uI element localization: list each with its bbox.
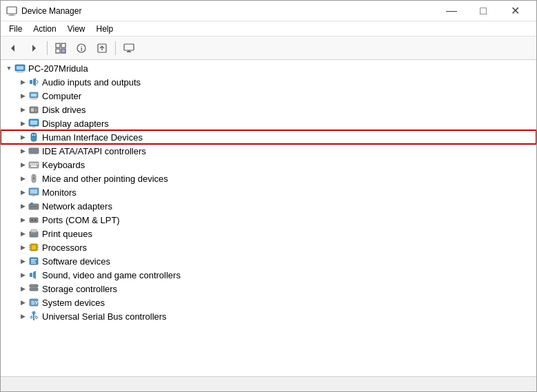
expand-icon-mice[interactable]: ▶ (17, 173, 28, 184)
tree-item-monitors[interactable]: ▶Monitors (1, 185, 536, 199)
expand-icon-print[interactable]: ▶ (17, 228, 28, 239)
expand-icon-monitors[interactable]: ▶ (17, 187, 28, 198)
svg-point-37 (34, 134, 36, 136)
svg-rect-89 (30, 317, 32, 318)
svg-rect-65 (31, 236, 35, 236)
tree-item-system[interactable]: ▶SYSSystem devices (1, 296, 536, 309)
processor-icon (28, 242, 39, 253)
tree-item-ports[interactable]: ▶Ports (COM & LPT) (1, 213, 536, 227)
statusbar (1, 376, 536, 391)
svg-rect-45 (34, 163, 36, 165)
expand-icon-audio[interactable]: ▶ (17, 76, 28, 87)
tree-item-network[interactable]: ▶Network adapters (1, 199, 536, 213)
show-hidden-button[interactable] (51, 39, 70, 57)
svg-rect-39 (30, 149, 32, 152)
svg-point-50 (33, 178, 34, 179)
tree-item-mice[interactable]: ▶Mice and other pointing devices (1, 172, 536, 185)
forward-button[interactable] (24, 39, 43, 57)
close-button[interactable]: ✕ (499, 1, 531, 21)
expand-icon-network[interactable]: ▶ (17, 200, 28, 212)
update-button[interactable] (92, 39, 112, 57)
svg-rect-41 (36, 149, 37, 152)
tree-item-audio[interactable]: ▶Audio inputs and outputs (1, 75, 536, 89)
svg-rect-46 (37, 163, 38, 165)
disk-icon (28, 104, 39, 115)
expand-icon-system[interactable]: ▶ (17, 297, 28, 308)
toolbar-separator-2 (115, 41, 116, 55)
svg-rect-20 (30, 80, 32, 84)
expand-icon-sound[interactable]: ▶ (17, 269, 28, 280)
window-controls: — □ ✕ (436, 1, 531, 21)
root-expand-icon[interactable]: ▼ (3, 63, 14, 74)
mouse-icon (28, 173, 39, 184)
expand-icon-keyboards[interactable]: ▶ (17, 159, 28, 170)
svg-rect-28 (31, 108, 34, 112)
item-label-sound: Sound, video and game controllers (42, 270, 181, 280)
expand-icon-disk[interactable]: ▶ (17, 104, 28, 115)
tree-root[interactable]: ▼ PC-207Mridula (1, 61, 536, 75)
expand-icon-ports[interactable]: ▶ (17, 214, 28, 225)
expand-icon-ide[interactable]: ▶ (17, 145, 28, 156)
svg-rect-52 (30, 189, 37, 194)
svg-text:SYS: SYS (31, 300, 39, 306)
svg-rect-76 (31, 261, 35, 262)
hid-icon (28, 132, 39, 143)
svg-rect-18 (18, 71, 22, 72)
svg-rect-47 (31, 165, 37, 167)
tree-item-sound[interactable]: ▶Sound, video and game controllers (1, 268, 536, 282)
item-label-audio: Audio inputs and outputs (42, 77, 141, 87)
svg-rect-0 (7, 7, 17, 14)
tree-item-software[interactable]: ▶Software devices (1, 254, 536, 268)
menu-file[interactable]: File (3, 23, 28, 35)
expand-icon-processors[interactable]: ▶ (17, 242, 28, 253)
tree-item-disk[interactable]: ▶Disk drives (1, 103, 536, 116)
item-label-monitors: Monitors (42, 187, 77, 198)
tree-item-display[interactable]: ▶Display adapters (1, 116, 536, 130)
tree-item-print[interactable]: ▶Print queues (1, 227, 536, 240)
svg-rect-19 (17, 72, 23, 73)
expand-icon-usb[interactable]: ▶ (17, 311, 28, 322)
expand-icon-display[interactable]: ▶ (17, 118, 28, 129)
device-tree[interactable]: ▼ PC-207Mridula ▶Audio inputs and output… (1, 60, 536, 376)
device-manager-window: Device Manager — □ ✕ File Action View He… (0, 0, 537, 392)
item-label-mice: Mice and other pointing devices (42, 174, 168, 184)
item-label-usb: Universal Serial Bus controllers (42, 311, 167, 322)
item-label-disk: Disk drives (42, 105, 86, 115)
svg-point-82 (36, 289, 37, 290)
menubar: File Action View Help (1, 21, 536, 37)
sound-icon (28, 269, 39, 280)
item-label-computer: Computer (42, 91, 81, 101)
item-label-keyboards: Keyboards (42, 160, 85, 170)
titlebar: Device Manager — □ ✕ (1, 1, 536, 21)
computer-icon (28, 90, 39, 101)
tree-item-storage[interactable]: ▶Storage controllers (1, 282, 536, 296)
item-label-print: Print queues (42, 229, 92, 239)
menu-view[interactable]: View (62, 23, 91, 35)
print-icon (28, 228, 39, 239)
back-button[interactable] (3, 39, 23, 57)
menu-action[interactable]: Action (28, 23, 61, 35)
maximize-button[interactable]: □ (467, 1, 499, 21)
tree-item-usb[interactable]: ▶Universal Serial Bus controllers (1, 309, 536, 323)
toolbar-separator-1 (47, 41, 48, 55)
expand-icon-software[interactable]: ▶ (17, 256, 28, 267)
tree-item-keyboards[interactable]: ▶Keyboards (1, 158, 536, 172)
tree-item-computer[interactable]: ▶Computer (1, 89, 536, 103)
svg-rect-1 (10, 14, 14, 15)
properties-button[interactable]: i (72, 39, 91, 57)
system-icon: SYS (28, 297, 39, 308)
svg-rect-8 (61, 49, 65, 53)
tree-item-ide[interactable]: ▶IDE ATA/ATAPI controllers (1, 144, 536, 158)
expand-icon-computer[interactable]: ▶ (17, 90, 28, 101)
tree-item-hid[interactable]: ▶Human Interface Devices (1, 130, 536, 144)
tree-item-processors[interactable]: ▶Processors (1, 240, 536, 254)
expand-icon-storage[interactable]: ▶ (17, 283, 28, 294)
svg-marker-4 (32, 45, 36, 52)
minimize-button[interactable]: — (436, 1, 467, 21)
svg-rect-44 (32, 163, 34, 165)
item-label-system: System devices (42, 298, 105, 308)
expand-icon-hid[interactable]: ▶ (17, 132, 28, 143)
display-button[interactable] (119, 39, 139, 57)
menu-help[interactable]: Help (91, 23, 119, 35)
usb-icon (28, 311, 39, 322)
